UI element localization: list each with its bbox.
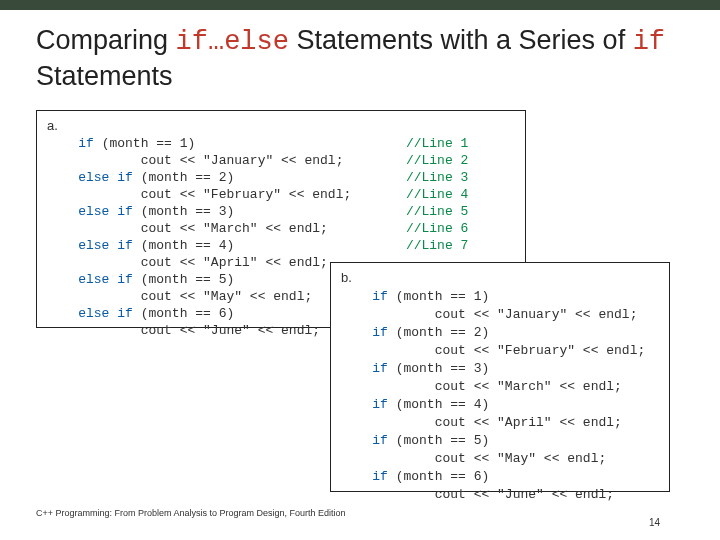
- accent-bar: [0, 0, 720, 10]
- slide-title: Comparing if…else Statements with a Seri…: [0, 10, 720, 104]
- title-post: Statements: [36, 61, 173, 91]
- footer-text: C++ Programming: From Problem Analysis t…: [36, 508, 346, 518]
- page-number: 14: [649, 517, 660, 528]
- title-mid: Statements with a Series of: [289, 25, 633, 55]
- title-code1: if…else: [176, 27, 289, 57]
- title-code2: if: [633, 27, 665, 57]
- code-box-b: b. if (month == 1) cout << "January" << …: [330, 262, 670, 492]
- title-pre: Comparing: [36, 25, 176, 55]
